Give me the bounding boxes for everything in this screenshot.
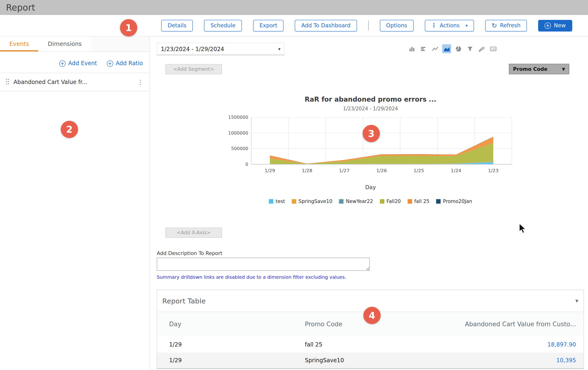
- dimension-dropdown-value: Promo Code: [513, 66, 547, 72]
- metric-label: Abandoned Cart Value fr...: [13, 79, 87, 85]
- legend-item[interactable]: SpringSave10: [292, 198, 332, 204]
- options-button[interactable]: Options: [380, 20, 413, 31]
- date-range-value: 1/23/2024 - 1/29/2024: [161, 46, 224, 53]
- circle-plus-icon: +: [545, 22, 551, 29]
- table-row: 1/29fall 2518,897.90: [157, 336, 584, 353]
- sidebar-tabbar: Events Dimensions: [0, 36, 150, 52]
- actions-label: Actions: [440, 22, 460, 29]
- svg-text:500000: 500000: [231, 146, 248, 151]
- drag-handle-icon[interactable]: [6, 79, 10, 85]
- flow-icon[interactable]: [477, 44, 486, 53]
- legend-item[interactable]: test: [269, 198, 285, 204]
- collapse-chevron-icon[interactable]: ▾: [576, 297, 578, 304]
- export-button[interactable]: Export: [253, 20, 284, 31]
- chart-subtitle: 1/23/2024 - 1/29/2024: [224, 106, 517, 112]
- tab-events[interactable]: Events: [0, 36, 38, 52]
- stacked-area-chart: 0500000100000015000001/291/281/271/261/2…: [224, 115, 517, 174]
- chevron-down-icon: ▼: [562, 67, 565, 72]
- add-event-link[interactable]: + Add Event: [59, 60, 97, 67]
- report-table-title: Report Table: [162, 297, 206, 305]
- metrics-sidebar: Events Dimensions + Add Event + Add Rati…: [0, 36, 150, 370]
- annotation-badge-3: 3: [363, 125, 380, 142]
- add-x-axis-button[interactable]: <Add X-Axis>: [165, 228, 222, 238]
- legend-item[interactable]: fall 25: [408, 198, 430, 204]
- annotation-badge-1: 1: [120, 19, 137, 36]
- funnel-icon[interactable]: [465, 44, 474, 53]
- pie-chart-icon[interactable]: [454, 44, 463, 53]
- column-header-day[interactable]: Day: [157, 321, 292, 328]
- svg-text:100: 100: [491, 48, 495, 50]
- description-textarea[interactable]: [157, 258, 370, 271]
- add-ratio-link[interactable]: + Add Ratio: [107, 60, 143, 67]
- add-event-label: Add Event: [68, 60, 97, 67]
- 100-view-icon[interactable]: 100: [489, 44, 497, 53]
- annotation-badge-2: 2: [61, 121, 78, 138]
- legend-item[interactable]: NewYear22: [339, 198, 373, 204]
- chart-title: RaR for abandoned promo errors ...: [224, 96, 517, 103]
- column-chart-icon[interactable]: [407, 44, 416, 53]
- area-chart-icon[interactable]: [442, 44, 451, 53]
- line-chart-icon[interactable]: [430, 44, 439, 53]
- description-label: Add Description To Report: [157, 250, 222, 256]
- svg-text:1/24: 1/24: [451, 168, 462, 173]
- cell-promo-code: SpringSave10: [292, 357, 453, 364]
- chart-type-switcher: 100: [407, 44, 498, 53]
- svg-text:1000000: 1000000: [228, 130, 248, 136]
- svg-text:0: 0: [245, 162, 248, 167]
- toolbar-divider: [368, 21, 368, 30]
- date-range-picker[interactable]: 1/23/2024 - 1/29/2024 ▾: [157, 43, 284, 55]
- svg-text:1/27: 1/27: [339, 168, 350, 173]
- chart-legend: testSpringSave10NewYear22Fall20fall 25Pr…: [224, 198, 517, 204]
- cell-day: 1/29: [157, 341, 292, 348]
- tabbar-filler: [91, 36, 150, 52]
- plus-circle-icon: +: [59, 60, 66, 67]
- svg-text:1/28: 1/28: [302, 168, 312, 173]
- plus-circle-icon: +: [107, 60, 113, 67]
- kebab-icon: ⋮: [431, 22, 437, 28]
- cell-value-link[interactable]: 10,395: [453, 357, 584, 364]
- refresh-label: Refresh: [500, 22, 521, 29]
- horizontal-bar-chart-icon[interactable]: [419, 44, 428, 53]
- refresh-button[interactable]: ↻ Refresh: [485, 20, 527, 31]
- page-title: Report: [6, 3, 35, 12]
- chevron-down-icon: ▾: [466, 23, 468, 28]
- add-segment-button[interactable]: <Add Segment>: [165, 64, 222, 74]
- refresh-icon: ↻: [492, 22, 497, 29]
- svg-text:1/25: 1/25: [413, 168, 424, 173]
- column-header-value[interactable]: Abandoned Cart Value from Custo...: [453, 321, 584, 328]
- cell-promo-code: fall 25: [292, 341, 453, 348]
- report-table-section: Report Table ▾ Day Promo Code Abandoned …: [157, 290, 584, 369]
- metric-more-options-icon[interactable]: ⋮: [137, 78, 144, 86]
- table-row: 1/29SpringSave1010,395: [157, 353, 584, 369]
- svg-text:1/26: 1/26: [376, 168, 387, 173]
- details-button[interactable]: Details: [161, 20, 193, 31]
- schedule-button[interactable]: Schedule: [204, 20, 242, 31]
- svg-text:1/23: 1/23: [488, 168, 499, 173]
- new-button[interactable]: + New: [538, 20, 572, 31]
- metric-list-item[interactable]: Abandoned Cart Value fr... ⋮: [0, 73, 150, 91]
- legend-item[interactable]: Fall20: [380, 198, 401, 204]
- sidebar-actions-row: + Add Event + Add Ratio: [0, 60, 150, 67]
- actions-button[interactable]: ⋮ Actions ▾: [425, 20, 474, 31]
- chevron-down-icon: ▾: [278, 46, 281, 52]
- add-ratio-label: Add Ratio: [116, 60, 143, 67]
- mouse-cursor: [519, 223, 527, 236]
- report-toolbar: Details Schedule Export Add To Dashboard…: [0, 15, 588, 36]
- legend-item[interactable]: Promo20Jan: [436, 198, 472, 204]
- svg-text:1500000: 1500000: [228, 115, 248, 120]
- report-table-body: 1/29fall 2518,897.901/29SpringSave1010,3…: [157, 336, 584, 369]
- drilldown-note: Summary drilldown links are disabled due…: [157, 274, 346, 280]
- new-label: New: [554, 22, 566, 29]
- annotation-badge-4: 4: [363, 307, 380, 324]
- report-chart: RaR for abandoned promo errors ... 1/23/…: [224, 96, 517, 204]
- add-to-dashboard-button[interactable]: Add To Dashboard: [295, 20, 357, 31]
- cell-day: 1/29: [157, 357, 292, 364]
- dimension-dropdown[interactable]: Promo Code ▼: [509, 64, 569, 74]
- cell-value-link[interactable]: 18,897.90: [453, 341, 584, 348]
- window-header: Report: [0, 0, 588, 15]
- x-axis-title: Day: [224, 184, 517, 190]
- svg-text:1/29: 1/29: [265, 168, 275, 173]
- tab-dimensions[interactable]: Dimensions: [38, 36, 91, 52]
